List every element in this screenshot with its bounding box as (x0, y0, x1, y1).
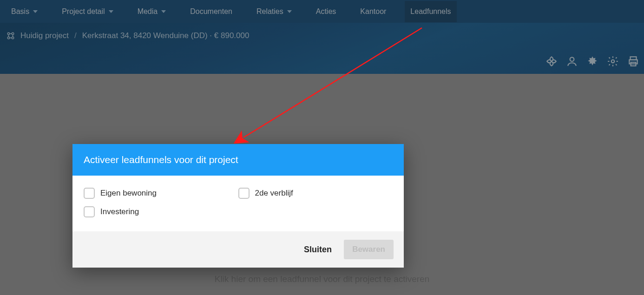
breadcrumb-root[interactable]: Huidig project (20, 31, 69, 40)
chevron-down-icon (161, 10, 166, 13)
chevron-down-icon (33, 10, 38, 13)
nav-item-basis[interactable]: Basis (6, 1, 43, 22)
save-button: Bewaren (344, 240, 394, 259)
breadcrumb: Huidig project / Kerkstraat 34, 8420 Wen… (0, 23, 644, 40)
nav-label: Media (138, 7, 158, 16)
chevron-down-icon (287, 10, 292, 13)
option-2de-verblijf[interactable]: 2de verblijf (238, 188, 393, 199)
nav-label: Kantoor (360, 7, 386, 16)
modal-body: Eigen bewoning 2de verblijf Investering (72, 176, 404, 231)
nav-item-kantoor[interactable]: Kantoor (355, 1, 392, 22)
svg-point-4 (570, 57, 574, 61)
chevron-down-icon (109, 10, 113, 13)
option-label: Investering (100, 207, 139, 216)
option-eigen-bewoning[interactable]: Eigen bewoning (84, 188, 238, 199)
checkbox[interactable] (238, 188, 250, 199)
nav-item-acties[interactable]: Acties (310, 1, 342, 22)
nav-item-relaties[interactable]: Relaties (251, 1, 297, 22)
modal-title: Activeer leadfunnels voor dit project (72, 144, 404, 176)
checkbox[interactable] (84, 206, 95, 217)
nav-label: Leadfunnels (410, 7, 451, 16)
nav-label: Relaties (256, 7, 283, 16)
breadcrumb-separator: / (74, 31, 77, 40)
nav-item-project-detail[interactable]: Project detail (56, 1, 119, 22)
nav-item-leadfunnels[interactable]: Leadfunnels (405, 1, 456, 22)
svg-point-2 (7, 37, 10, 39)
option-label: 2de verblijf (255, 189, 293, 198)
top-nav: Basis Project detail Media Documenten Re… (0, 0, 644, 23)
nav-label: Documenten (190, 7, 232, 16)
nav-label: Project detail (62, 7, 105, 16)
nav-label: Basis (11, 7, 29, 16)
svg-point-5 (611, 60, 615, 63)
project-icon (7, 32, 15, 40)
nav-label: Acties (316, 7, 336, 16)
swirl-icon[interactable] (545, 55, 558, 67)
option-label: Eigen bewoning (100, 189, 157, 198)
nav-item-documenten[interactable]: Documenten (184, 1, 238, 22)
close-button[interactable]: Sluiten (301, 241, 335, 258)
svg-point-0 (7, 33, 10, 35)
svg-point-1 (12, 33, 14, 35)
modal-footer: Sluiten Bewaren (72, 231, 404, 268)
nav-item-media[interactable]: Media (132, 1, 172, 22)
checkbox[interactable] (84, 188, 95, 199)
person-icon[interactable] (566, 55, 578, 67)
leadfunnels-modal: Activeer leadfunnels voor dit project Ei… (72, 144, 404, 268)
svg-point-3 (12, 37, 14, 39)
print-icon[interactable] (627, 55, 639, 67)
toolbar-icons (545, 55, 639, 67)
breadcrumb-detail: Kerkstraat 34, 8420 Wenduine (DD) · € 89… (82, 31, 250, 40)
gear-icon[interactable] (607, 55, 619, 67)
option-investering[interactable]: Investering (84, 206, 238, 217)
sub-bar: Huidig project / Kerkstraat 34, 8420 Wen… (0, 23, 644, 74)
burst-icon[interactable] (586, 55, 598, 67)
